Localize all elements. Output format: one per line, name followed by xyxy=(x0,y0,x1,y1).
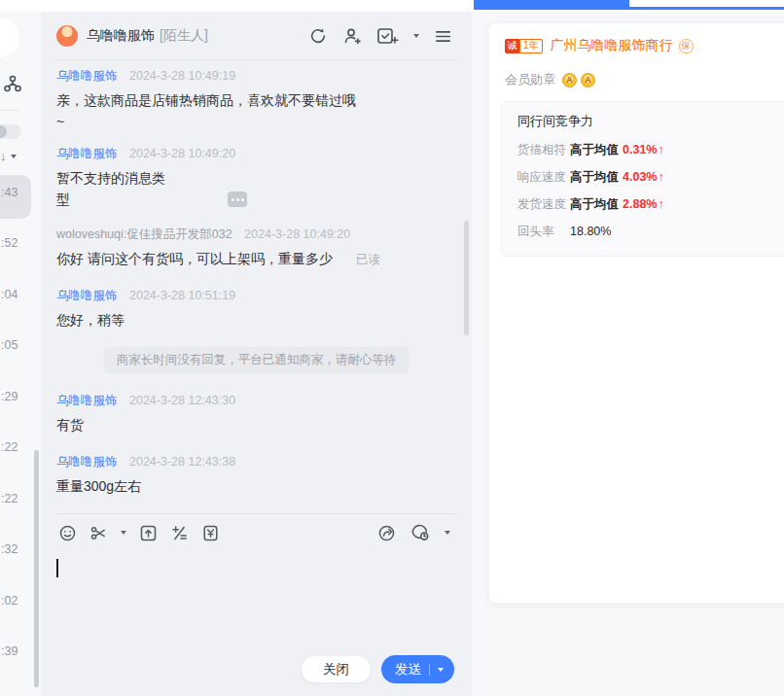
chat-panel: 乌噜噜服饰 [陌生人] 乌噜噜服饰 2024-3-28 10:49:19 亲 xyxy=(41,12,472,696)
message-timestamp: 2024-3-28 12:43:38 xyxy=(129,455,235,469)
active-tab-indicator[interactable] xyxy=(474,0,629,10)
list-item[interactable]: :04 xyxy=(1,288,36,301)
list-item[interactable]: :22 xyxy=(1,492,36,505)
send-label: 发送 xyxy=(395,661,421,679)
red-packet-icon[interactable] xyxy=(201,524,220,542)
message-text: 亲，这款商品是店铺热销商品，喜欢就不要错过哦 ~ xyxy=(56,89,456,132)
composer-toolbar xyxy=(41,513,472,552)
conversation-list-panel: ↓ :43 :52 :04 :05 :29 :22 :22 :32 :02 :3… xyxy=(0,12,41,696)
text-cursor xyxy=(56,559,58,577)
read-status: 已读 xyxy=(356,253,380,266)
upload-file-icon[interactable] xyxy=(139,524,158,542)
panel-title: 同行间竞争力 xyxy=(517,113,784,130)
composer-actions: 关闭 发送 xyxy=(41,655,472,696)
message-text: 重量300g左右 xyxy=(56,475,456,497)
years-badge: 1年 xyxy=(519,39,543,53)
member-medal-row: 会员勋章 A A xyxy=(505,71,595,88)
list-item[interactable]: :29 xyxy=(1,390,36,403)
gold-medal-icon: A xyxy=(581,73,595,87)
message: 乌噜噜服饰 2024-3-28 10:49:19 亲，这款商品是店铺热销商品，喜… xyxy=(56,68,456,132)
cheng-badge-icon: 诚 xyxy=(505,39,519,53)
message-input[interactable] xyxy=(41,552,472,655)
stat-prefix: 高于均值 xyxy=(570,169,619,186)
send-divider xyxy=(429,664,430,676)
composer: 关闭 发送 xyxy=(41,513,472,696)
stat-value: 4.03% xyxy=(623,169,657,186)
message: woloveshuqi:促佳搜品开发部032 2024-3-28 10:49:2… xyxy=(56,226,456,270)
scrollbar[interactable] xyxy=(464,221,469,335)
up-arrow-icon: ↑ xyxy=(658,142,663,158)
org-chart-icon[interactable] xyxy=(3,74,22,93)
list-item[interactable]: :22 xyxy=(1,440,36,454)
chat-header: 乌噜噜服饰 [陌生人] xyxy=(41,12,472,60)
contact-avatar[interactable] xyxy=(56,25,78,47)
list-item[interactable]: :43 xyxy=(1,186,36,199)
chevron-down-icon xyxy=(11,155,17,158)
sort-control[interactable]: ↓ xyxy=(0,149,17,163)
list-item[interactable]: :02 xyxy=(1,594,36,608)
chat-history-icon[interactable] xyxy=(410,523,431,542)
system-notice-wrap: 商家长时间没有回复，平台已通知商家，请耐心等待 xyxy=(56,347,456,373)
message-text: 暂不支持的消息类 型 xyxy=(56,167,173,210)
toggle-switch[interactable] xyxy=(0,124,21,139)
menu-icon[interactable] xyxy=(434,27,452,46)
message: 乌噜噜服饰 2024-3-28 10:51:19 您好，稍等 xyxy=(56,288,456,331)
message-sender: 乌噜噜服饰 xyxy=(56,147,118,160)
send-button[interactable]: 发送 xyxy=(381,655,454,683)
forward-icon[interactable] xyxy=(377,524,396,542)
medals-label: 会员勋章 xyxy=(505,71,555,88)
more-options-icon[interactable] xyxy=(228,191,247,207)
stat-prefix: 高于均值 xyxy=(570,196,619,213)
up-arrow-icon: ↑ xyxy=(658,169,663,186)
system-notice: 商家长时间没有回复，平台已通知商家，请耐心等待 xyxy=(104,347,410,373)
stat-label: 货描相符 xyxy=(517,142,570,158)
chevron-down-icon[interactable] xyxy=(413,34,419,38)
message-timestamp: 2024-3-28 12:43:30 xyxy=(129,394,235,407)
send-dropdown-caret[interactable] xyxy=(438,668,444,672)
store-card: 诚 1年 广州乌噜噜服饰商行 保 会员勋章 A A 同行间竞争力 货描相符 高于… xyxy=(488,22,784,604)
message-timestamp: 2024-3-28 10:49:20 xyxy=(129,147,235,160)
quick-phrase-icon[interactable] xyxy=(170,524,189,542)
list-item[interactable]: :39 xyxy=(1,644,36,658)
screenshot-icon[interactable] xyxy=(89,524,108,542)
stat-row: 响应速度 高于均值 4.03% ↑ xyxy=(517,169,784,186)
list-item[interactable]: :32 xyxy=(1,542,36,556)
stat-row: 货描相符 高于均值 0.31% ↑ xyxy=(517,142,784,158)
message-sender: 乌噜噜服饰 xyxy=(56,289,118,302)
avatar[interactable] xyxy=(0,18,19,57)
stat-value: 0.31% xyxy=(623,142,657,158)
message-sender: 乌噜噜服饰 xyxy=(56,394,118,407)
chevron-down-icon[interactable] xyxy=(121,531,126,535)
sort-arrow-icon: ↓ xyxy=(0,149,7,163)
list-item[interactable]: :52 xyxy=(1,236,36,250)
emoji-icon[interactable] xyxy=(58,524,77,542)
scrollbar[interactable] xyxy=(34,450,39,687)
stat-value: 18.80% xyxy=(570,224,611,240)
store-name-link[interactable]: 广州乌噜噜服饰商行 xyxy=(551,37,673,54)
create-task-icon[interactable] xyxy=(376,26,399,46)
contact-name: 乌噜噜服饰 xyxy=(87,27,155,45)
stat-label: 响应速度 xyxy=(517,169,570,186)
guarantee-badge-icon: 保 xyxy=(679,39,694,53)
message-text: 您好，稍等 xyxy=(56,309,456,331)
relation-tag: [陌生人] xyxy=(160,27,208,45)
stat-value: 2.88% xyxy=(623,196,657,213)
stat-label: 回头率 xyxy=(517,224,570,240)
stat-row: 发货速度 高于均值 2.88% ↑ xyxy=(517,196,784,213)
refresh-icon[interactable] xyxy=(308,26,328,46)
message: 乌噜噜服饰 2024-3-28 10:49:20 暂不支持的消息类 型 xyxy=(56,146,456,210)
list-item[interactable]: :05 xyxy=(1,338,36,352)
message-text-content: 你好 请问这个有货吗，可以上架吗，重量多少 xyxy=(56,251,333,266)
message-timestamp: 2024-3-28 10:49:19 xyxy=(129,69,235,83)
gold-medal-icon: A xyxy=(562,73,577,87)
message-text: 你好 请问这个有货吗，可以上架吗，重量多少已读 xyxy=(56,248,456,270)
close-button[interactable]: 关闭 xyxy=(301,655,372,683)
competitiveness-panel: 同行间竞争力 货描相符 高于均值 0.31% ↑ 响应速度 高于均值 4.03%… xyxy=(501,101,784,257)
chevron-down-icon[interactable] xyxy=(445,531,450,535)
message-sender: woloveshuqi:促佳搜品开发部032 xyxy=(56,227,232,241)
add-contact-icon[interactable] xyxy=(342,26,362,46)
stat-prefix: 高于均值 xyxy=(570,142,619,158)
tab-underline xyxy=(629,7,784,10)
message-timestamp: 2024-3-28 10:51:19 xyxy=(129,289,235,302)
message: 乌噜噜服饰 2024-3-28 12:43:38 重量300g左右 xyxy=(56,454,456,497)
